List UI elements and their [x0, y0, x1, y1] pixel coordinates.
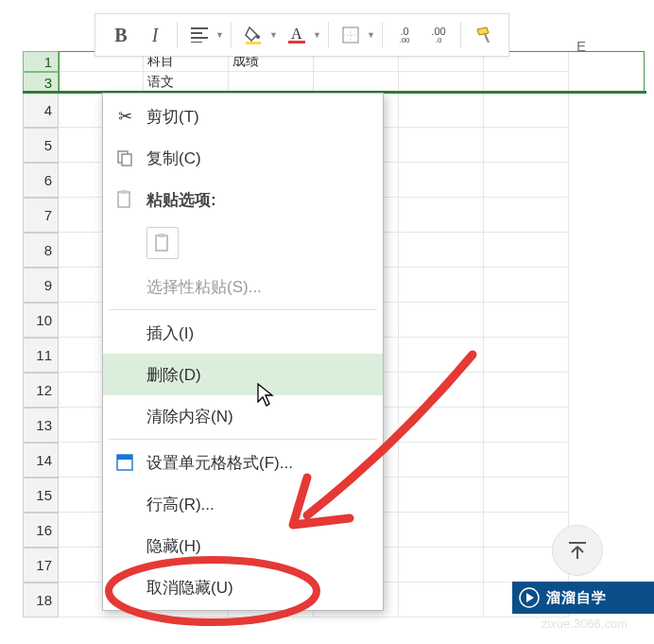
svg-rect-13: [159, 234, 164, 237]
cell[interactable]: [399, 72, 484, 93]
font-color-button[interactable]: A: [281, 19, 313, 51]
ctx-copy[interactable]: 复制(C): [103, 137, 383, 179]
row-header[interactable]: 8: [23, 233, 59, 268]
borders-button[interactable]: [335, 19, 367, 51]
cell[interactable]: [314, 72, 399, 93]
ctx-row-height[interactable]: 行高(R)...: [103, 483, 383, 525]
format-painter-button[interactable]: [467, 19, 499, 51]
row-header-1[interactable]: 1: [23, 51, 59, 72]
ctx-paste-default[interactable]: [103, 220, 383, 266]
row-header[interactable]: 16: [23, 513, 59, 548]
ctx-cut[interactable]: ✂ 剪切(T): [103, 96, 383, 137]
italic-button[interactable]: I: [139, 19, 171, 51]
clipboard-icon: [146, 227, 179, 259]
row-header[interactable]: 5: [23, 128, 59, 163]
cell[interactable]: 语文: [144, 72, 229, 93]
play-icon: [516, 584, 542, 611]
row-header[interactable]: 6: [23, 163, 59, 198]
paste-icon: [103, 190, 146, 209]
ctx-separator: [109, 439, 377, 440]
ctx-hide[interactable]: 隐藏(H): [103, 525, 383, 566]
arrow-up-icon: [565, 538, 590, 563]
ctx-delete[interactable]: 删除(D): [103, 354, 383, 395]
align-dropdown[interactable]: ▼: [215, 30, 225, 40]
svg-point-0: [256, 35, 260, 39]
row-header[interactable]: 9: [23, 268, 59, 303]
brand-badge: 溜溜自学: [512, 582, 654, 614]
increase-decimal-button[interactable]: .0.00: [388, 19, 421, 51]
scroll-top-button[interactable]: [552, 525, 603, 576]
svg-rect-15: [117, 455, 132, 460]
row-header-3[interactable]: 3: [23, 72, 59, 93]
formatting-toolbar: B I ▼ ▼ A ▼ ▼ .0.00 .00.0: [95, 13, 509, 57]
cell[interactable]: [484, 72, 569, 93]
ctx-paste-options-header: 粘贴选项:: [103, 179, 383, 220]
svg-rect-9: [122, 154, 131, 165]
svg-line-7: [485, 34, 489, 43]
decrease-decimal-button[interactable]: .00.0: [422, 19, 455, 51]
row-header[interactable]: 13: [23, 408, 59, 443]
svg-rect-12: [156, 235, 167, 251]
fill-color-button[interactable]: [237, 19, 269, 51]
svg-rect-11: [121, 190, 127, 194]
ctx-paste-special: 选择性粘贴(S)...: [103, 266, 383, 307]
row-header[interactable]: 10: [23, 303, 59, 338]
copy-icon: [103, 149, 146, 166]
borders-dropdown[interactable]: ▼: [367, 30, 376, 40]
brand-subtext: zixue.3066.com: [542, 617, 628, 631]
bold-button[interactable]: B: [105, 19, 137, 51]
context-menu: ✂ 剪切(T) 复制(C) 粘贴选项: 选择性粘贴(S)... 插入(I) 删除…: [102, 93, 384, 611]
row-header[interactable]: 11: [23, 338, 59, 373]
format-cells-icon: [103, 454, 146, 471]
cell[interactable]: [229, 72, 314, 93]
row-header[interactable]: 14: [23, 443, 59, 478]
ctx-format-cells[interactable]: 设置单元格格式(F)...: [103, 442, 383, 483]
svg-rect-1: [246, 42, 261, 44]
svg-text:A: A: [291, 26, 302, 42]
brand-text: 溜溜自学: [546, 589, 607, 607]
row-header[interactable]: 18: [23, 583, 59, 618]
ctx-unhide[interactable]: 取消隐藏(U): [103, 566, 383, 608]
cut-icon: ✂: [103, 106, 146, 127]
row-header[interactable]: 17: [23, 548, 59, 583]
row-header[interactable]: 7: [23, 198, 59, 233]
svg-rect-10: [118, 192, 129, 207]
row-header[interactable]: 4: [23, 93, 59, 128]
ctx-clear-contents[interactable]: 清除内容(N): [103, 395, 383, 437]
align-button[interactable]: [183, 19, 215, 51]
fill-color-dropdown[interactable]: ▼: [269, 30, 279, 40]
svg-rect-3: [288, 41, 305, 44]
ctx-insert[interactable]: 插入(I): [103, 312, 383, 354]
row-header[interactable]: 12: [23, 373, 59, 408]
cell[interactable]: [59, 72, 144, 93]
row-header[interactable]: 15: [23, 478, 59, 513]
font-color-dropdown[interactable]: ▼: [313, 30, 322, 40]
ctx-separator: [109, 309, 377, 310]
